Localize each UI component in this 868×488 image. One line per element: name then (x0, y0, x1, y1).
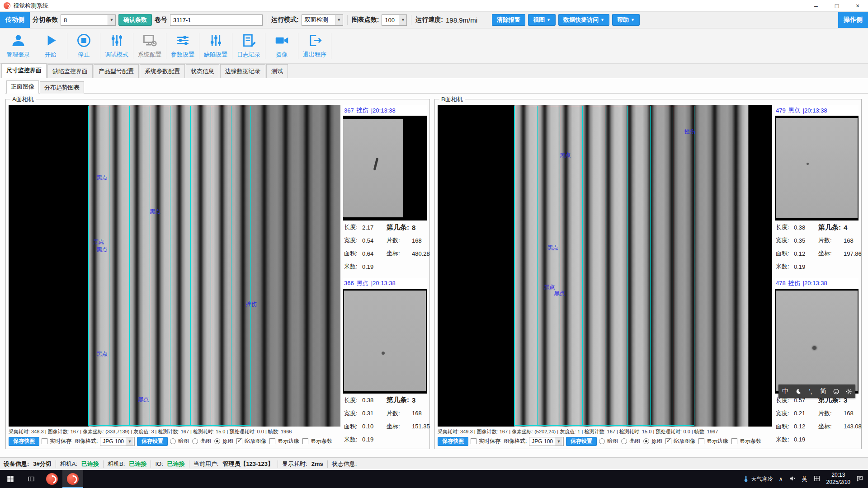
camera-b-image[interactable]: 挫伤 黑点 黑点 黑点 黑点 (438, 105, 772, 427)
maximize-button[interactable]: □ (826, 0, 847, 11)
realtime-save-checkbox[interactable] (42, 438, 47, 444)
clock[interactable]: 20:13 2025/2/10 (826, 472, 850, 486)
defect-card-header: 367 挫伤 |20:13:38 (343, 105, 427, 116)
stop-button[interactable]: 停止 (67, 28, 100, 63)
stat-label: 长度: (344, 396, 362, 404)
tab-content-area: 正面图像 分布趋势图表 A面相机 黑点 黑点 黑点 黑点 挫伤 黑点 黑点 (0, 78, 868, 457)
start-button[interactable]: 开始 (34, 28, 67, 63)
zoom-image-checkbox[interactable] (236, 438, 242, 444)
gear-icon[interactable] (842, 385, 855, 398)
tab-defect-monitor[interactable]: 缺陷监控界面 (47, 64, 93, 78)
image-format-select[interactable]: JPG 100 ▼ (100, 437, 135, 446)
debug-mode-button[interactable]: 调试模式 (100, 28, 133, 63)
tab-size-monitor[interactable]: 尺寸监控界面 (1, 63, 47, 78)
system-config-button[interactable]: 系统配置 (133, 28, 166, 63)
chevron-down-icon[interactable]: ▼ (335, 15, 343, 25)
admin-login-button[interactable]: 管理登录 (2, 28, 34, 63)
defect-card[interactable]: 479 黑点 |20:13:38 长度: 0.38 第几条: 4 (775, 105, 859, 274)
clear-alarm-button[interactable]: 清除报警 (492, 14, 525, 26)
show-edges-checkbox[interactable] (698, 438, 704, 444)
tray-expand-chevron[interactable]: ∧ (779, 476, 783, 482)
show-edges-checkbox[interactable] (269, 438, 275, 444)
volume-muted-icon[interactable] (789, 475, 796, 483)
ime-language-indicator[interactable]: 英 (802, 475, 807, 483)
tab-status-info[interactable]: 状态信息 (186, 64, 219, 78)
defect-marker: 黑点 (97, 350, 108, 358)
run-mode-select[interactable]: 双面检测 ▼ (302, 14, 343, 26)
exit-program-button[interactable]: 退出程序 (298, 28, 331, 63)
image-format-value: JPG 100 (532, 438, 553, 445)
ime-punctuation-button[interactable]: ’, (804, 385, 817, 398)
param-settings-button[interactable]: 参数设置 (166, 28, 199, 63)
tab-test[interactable]: 测试 (266, 64, 288, 78)
chart-points-label: 图表点数: (352, 16, 379, 24)
help-menu-button[interactable]: 帮助 ▼ (612, 14, 640, 26)
show-strips-checkbox[interactable] (731, 438, 737, 444)
stat-label: 宽度: (344, 409, 362, 418)
ime-chinese-mode-button[interactable]: 中 (779, 385, 792, 398)
stat-value: 0.19 (362, 263, 387, 270)
minimize-button[interactable]: – (806, 0, 826, 11)
action-label: 管理登录 (6, 51, 30, 59)
defect-sliders-icon (208, 33, 223, 49)
tab-system-param-config[interactable]: 系统参数配置 (140, 64, 185, 78)
original-image-radio[interactable] (214, 438, 220, 444)
tab-edge-data-record[interactable]: 边缘数据记录 (220, 64, 265, 78)
taskbar-tray: 天气寒冷 ∧ 英 20:13 2025/2/10 (742, 472, 868, 486)
confirm-count-button[interactable]: 确认条数 (118, 14, 152, 26)
view-menu-button[interactable]: 视图 ▼ (528, 14, 556, 26)
close-button[interactable]: × (847, 0, 868, 11)
running-app-button[interactable] (62, 470, 83, 488)
defect-card-header: 479 黑点 |20:13:38 (775, 105, 859, 116)
chart-points-select[interactable]: 100 ▼ (382, 14, 407, 26)
moon-icon[interactable] (792, 385, 804, 398)
action-center-button[interactable] (856, 475, 863, 483)
ime-mode-icon[interactable] (813, 475, 821, 483)
emoji-icon[interactable] (830, 385, 842, 398)
defect-id: 367 (344, 107, 354, 114)
chevron-down-icon[interactable]: ▼ (399, 15, 406, 25)
tab-product-model-config[interactable]: 产品型号配置 (94, 64, 139, 78)
zoom-image-checkbox[interactable] (665, 438, 671, 444)
defect-card[interactable]: 478 挫伤 |20:13:38 长度: 0.57 第几条: 3 (775, 278, 859, 447)
save-settings-button[interactable]: 保存设置 (566, 437, 597, 446)
roll-number-input[interactable] (170, 14, 263, 26)
subtab-trend-chart[interactable]: 分布趋势图表 (40, 81, 84, 94)
show-strips-checkbox[interactable] (302, 438, 308, 444)
run-speed-label: 运行速度: (415, 16, 443, 24)
save-settings-button[interactable]: 保存设置 (137, 437, 168, 446)
camera-a-image[interactable]: 黑点 黑点 黑点 黑点 挫伤 黑点 黑点 (9, 105, 340, 427)
action-label: 退出程序 (303, 51, 326, 59)
realtime-save-checkbox[interactable] (471, 438, 476, 444)
stat-label: 米数: (344, 263, 362, 271)
save-snapshot-button[interactable]: 保存快照 (438, 437, 468, 446)
task-view-button[interactable] (21, 470, 42, 488)
dark-image-radio[interactable] (170, 438, 176, 444)
action-label: 停止 (78, 51, 90, 59)
pinned-app-button[interactable] (42, 470, 62, 488)
defect-settings-button[interactable]: 缺陷设置 (199, 28, 232, 63)
data-quick-access-menu-button[interactable]: 数据快捷访问 ▼ (558, 14, 609, 26)
capture-button[interactable]: 摄像 (265, 28, 298, 63)
dark-image-radio[interactable] (599, 438, 605, 444)
subtab-front-image[interactable]: 正面图像 (6, 80, 39, 94)
chevron-down-icon[interactable]: ▼ (108, 15, 115, 25)
start-button[interactable] (0, 470, 21, 488)
save-snapshot-button[interactable]: 保存快照 (9, 437, 39, 446)
windows-logo-icon (6, 475, 14, 483)
log-record-button[interactable]: 日志记录 (232, 28, 265, 63)
chevron-down-icon: ▼ (547, 18, 551, 22)
ime-simplified-button[interactable]: 简 (817, 385, 830, 398)
operate-side-button[interactable]: 操作侧 (838, 12, 868, 28)
original-image-radio[interactable] (643, 438, 649, 444)
slit-count-select[interactable]: 8 ▼ (61, 14, 116, 26)
drive-side-button[interactable]: 传动侧 (0, 12, 30, 28)
bright-image-radio[interactable] (621, 438, 627, 444)
windows-taskbar: 天气寒冷 ∧ 英 20:13 2025/2/10 (0, 470, 868, 488)
weather-widget[interactable]: 天气寒冷 (742, 475, 773, 483)
bright-image-radio[interactable] (192, 438, 198, 444)
defect-card[interactable]: 367 挫伤 |20:13:38 长度: 2.17 第几条: 8 (343, 105, 427, 274)
stat-label: 长度: (776, 223, 794, 231)
image-format-select[interactable]: JPG 100 ▼ (529, 437, 564, 446)
defect-card[interactable]: 366 黑点 |20:13:38 长度: 0.38 第几条: 3 (343, 278, 427, 447)
